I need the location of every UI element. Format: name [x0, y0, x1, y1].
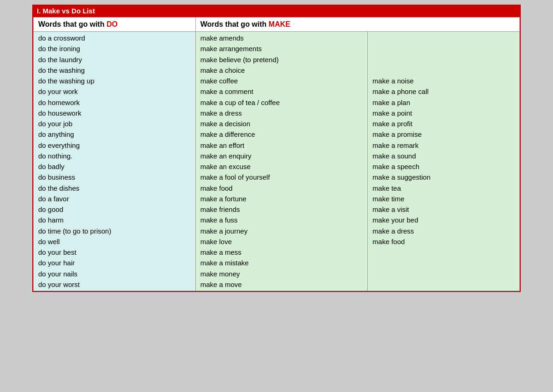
list-item: make coffee [200, 76, 363, 86]
list-item: do a crossword [38, 33, 191, 43]
make1-list: make amendsmake arrangementsmake believe… [200, 33, 363, 290]
make2-column: make a noisemake a phone callmake a plan… [368, 32, 520, 291]
list-item: do the dishes [38, 183, 191, 193]
list-item: make amends [200, 33, 363, 43]
list-item: make money [200, 269, 363, 279]
list-item: make a difference [200, 129, 363, 140]
list-item: make a comment [200, 86, 363, 97]
list-item [372, 33, 515, 43]
list-item: make time [372, 193, 515, 204]
make-do-table: Words that go with DO Words that go with… [33, 17, 520, 291]
list-item: make food [200, 183, 363, 193]
header-make: Words that go with MAKE [195, 18, 519, 32]
list-item: make an excuse [200, 161, 363, 172]
list-item: make a visit [372, 204, 515, 215]
list-item: make a cup of tea / coffee [200, 97, 363, 108]
list-item [372, 279, 515, 290]
list-item: do your hair [38, 257, 191, 268]
list-item [372, 247, 515, 257]
list-item: make food [372, 236, 515, 247]
list-item: make a mess [200, 247, 363, 257]
list-item: make a fool of yourself [200, 172, 363, 182]
list-item: make a fuss [200, 215, 363, 225]
make1-column: make amendsmake arrangementsmake believe… [195, 32, 368, 291]
title-bar: I. Make vs Do List [33, 6, 520, 17]
list-item: make believe (to pretend) [200, 54, 363, 65]
list-item: make a mistake [200, 257, 363, 268]
list-item: make a promise [372, 129, 515, 140]
list-item: make a sound [372, 151, 515, 161]
list-item: do your worst [38, 279, 191, 290]
list-item: do your best [38, 247, 191, 257]
list-item: do the washing up [38, 76, 191, 86]
do-highlight: DO [106, 20, 118, 28]
list-item: do badly [38, 161, 191, 172]
list-item: make tea [372, 183, 515, 193]
do-column: do a crossworddo the ironingdo the laund… [34, 32, 196, 291]
list-item: do harm [38, 215, 191, 225]
list-item: do your work [38, 86, 191, 97]
list-item: make a fortune [200, 193, 363, 204]
make2-list: make a noisemake a phone callmake a plan… [372, 33, 515, 290]
list-item: do the laundry [38, 54, 191, 65]
list-item: make a choice [200, 65, 363, 76]
list-item: do anything [38, 129, 191, 140]
do-list: do a crossworddo the ironingdo the laund… [38, 33, 191, 290]
list-item: make a move [200, 279, 363, 290]
list-item: make a dress [200, 108, 363, 118]
main-container: I. Make vs Do List Words that go with DO… [32, 5, 521, 292]
list-item: do housework [38, 108, 191, 118]
list-item: do your nails [38, 269, 191, 279]
list-item: do everything [38, 140, 191, 151]
list-item: make a plan [372, 97, 515, 108]
list-item [372, 65, 515, 76]
list-item: make a suggestion [372, 172, 515, 182]
list-item: make a phone call [372, 86, 515, 97]
list-item: do nothing. [38, 151, 191, 161]
list-item: make a point [372, 108, 515, 118]
list-item [372, 257, 515, 268]
make-highlight: MAKE [269, 20, 290, 28]
list-item: do time (to go to prison) [38, 226, 191, 236]
list-item: make a speech [372, 161, 515, 172]
list-item: make a dress [372, 226, 515, 236]
list-item: do a favor [38, 193, 191, 204]
list-item: do good [38, 204, 191, 215]
list-item: do the washing [38, 65, 191, 76]
header-do: Words that go with DO [34, 18, 196, 32]
list-item: make an effort [200, 140, 363, 151]
list-item: make love [200, 236, 363, 247]
list-item [372, 54, 515, 65]
list-item: do business [38, 172, 191, 182]
list-item: do homework [38, 97, 191, 108]
content-row: do a crossworddo the ironingdo the laund… [34, 32, 520, 291]
list-item: make a decision [200, 118, 363, 129]
list-item: make your bed [372, 215, 515, 225]
list-item [372, 269, 515, 279]
list-item: make a noise [372, 76, 515, 86]
list-item: make arrangements [200, 43, 363, 54]
list-item: do your job [38, 118, 191, 129]
list-item: make a remark [372, 140, 515, 151]
list-item: do the ironing [38, 43, 191, 54]
list-item: make a journey [200, 226, 363, 236]
list-item: do well [38, 236, 191, 247]
list-item: make an enquiry [200, 151, 363, 161]
list-item: make a profit [372, 118, 515, 129]
list-item [372, 43, 515, 54]
list-item: make friends [200, 204, 363, 215]
title-text: I. Make vs Do List [37, 7, 95, 15]
